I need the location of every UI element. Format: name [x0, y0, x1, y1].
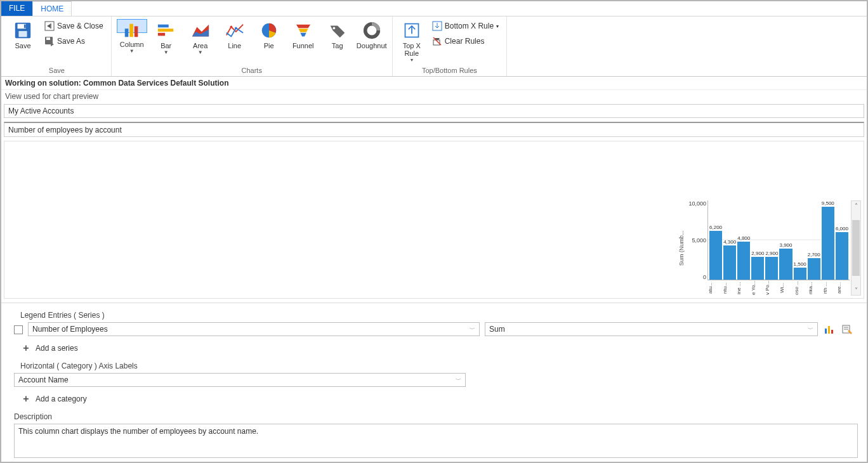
- chart-config: Legend Entries ( Series ) Number of Empl…: [1, 303, 867, 462]
- line-chart-icon: [225, 20, 245, 41]
- bottomx-rule-button[interactable]: Bottom X Rule ▾: [430, 19, 501, 33]
- scroll-up-icon[interactable]: ˄: [855, 201, 858, 211]
- edit-properties-icon: [841, 323, 853, 335]
- chart-tag-button[interactable]: Tag: [322, 19, 353, 51]
- svg-rect-7: [46, 37, 50, 40]
- series-field-value: Number of Employees: [32, 325, 108, 334]
- chart-y-tick: 0: [703, 274, 706, 280]
- category-field-selector[interactable]: Account Name ﹀: [14, 373, 466, 387]
- clear-rules-button[interactable]: Clear Rules: [430, 34, 501, 48]
- chart-bar-value: 6,000: [836, 226, 848, 232]
- ribbon-group-charts-label: Charts: [117, 67, 387, 75]
- chart-bar: 6,200: [709, 200, 722, 280]
- series-chart-type-button[interactable]: [823, 323, 836, 336]
- plus-icon: +: [22, 393, 30, 405]
- chart-x-tick: e Yo...: [751, 280, 764, 296]
- add-series-button[interactable]: + Add a series: [22, 342, 864, 354]
- chart-name-value: Number of employees by account: [8, 126, 122, 134]
- ribbon-group-charts: Column ▼ Bar ▼ Area ▼: [112, 16, 393, 76]
- view-selector-value: My Active Accounts: [8, 107, 74, 115]
- topx-rule-icon: [402, 20, 422, 41]
- tab-home[interactable]: HOME: [32, 1, 72, 16]
- caret-down-icon: ▾: [496, 23, 499, 29]
- chart-x-tick: rika...: [808, 280, 821, 296]
- chart-y-tick: 10,000: [688, 200, 706, 207]
- chart-bar-value: 9,500: [822, 200, 834, 206]
- chart-column-button[interactable]: Column ▼: [117, 19, 147, 33]
- chart-name-input[interactable]: Number of employees by account: [4, 122, 864, 137]
- caret-down-icon: ﹀: [808, 325, 813, 334]
- view-selector[interactable]: My Active Accounts: [4, 104, 864, 118]
- svg-rect-9: [129, 24, 133, 37]
- chart-x-tick: v Po...: [765, 280, 778, 296]
- chart-plot: 6,2004,3004,8002,9002,9003,9001,5002,700…: [707, 200, 850, 280]
- series-field-selector[interactable]: Number of Employees ﹀: [28, 322, 480, 336]
- chart-bar: 2,900: [751, 200, 764, 280]
- doughnut-chart-icon: [362, 20, 382, 41]
- series-aggregate-value: Sum: [489, 325, 505, 334]
- caret-down-icon: ▾: [411, 57, 413, 63]
- chart-bar: 4,300: [723, 200, 736, 280]
- series-edit-button[interactable]: [841, 323, 853, 336]
- description-input[interactable]: This column chart displays the number of…: [14, 424, 858, 458]
- svg-rect-8: [124, 29, 128, 37]
- svg-rect-26: [825, 329, 827, 334]
- caret-down-icon: ▼: [164, 49, 169, 55]
- series-aggregate-selector[interactable]: Sum ﹀: [485, 322, 818, 336]
- bottomx-rule-icon: [432, 21, 442, 31]
- area-chart-icon: [190, 20, 211, 41]
- svg-rect-3: [24, 25, 26, 29]
- chart-pie-button[interactable]: Pie: [254, 19, 284, 51]
- chart-y-axis-label: Sum (Numb...: [678, 200, 685, 296]
- add-category-button[interactable]: + Add a category: [22, 393, 864, 405]
- scroll-thumb[interactable]: [852, 220, 860, 277]
- ribbon-group-rules: Top X Rule ▾ Bottom X Rule ▾ Clear Rules…: [393, 16, 507, 76]
- save-icon: [13, 20, 33, 41]
- save-as-button[interactable]: Save As: [42, 34, 106, 48]
- tab-file[interactable]: FILE: [1, 1, 32, 16]
- chart-x-tick: ntu...: [722, 280, 735, 296]
- pie-chart-icon: [259, 20, 279, 41]
- topx-rule-button[interactable]: Top X Rule ▾: [398, 19, 426, 64]
- chart-bar: 1,500: [794, 200, 806, 280]
- save-button[interactable]: Save: [8, 19, 38, 51]
- caret-down-icon: ﹀: [470, 325, 475, 334]
- chart-line-button[interactable]: Line: [220, 19, 250, 51]
- series-checkbox[interactable]: [14, 325, 23, 334]
- svg-marker-18: [298, 29, 308, 32]
- description-value: This column chart displays the number of…: [18, 427, 258, 436]
- chart-preview: Sum (Numb... 10,000 5,000 0 6,2004,3004,…: [4, 141, 864, 299]
- caret-down-icon: ▼: [129, 48, 135, 54]
- chart-bar-value: 4,300: [723, 239, 736, 245]
- solution-label: Working on solution: Common Data Service…: [1, 77, 867, 90]
- svg-rect-12: [158, 29, 173, 32]
- chart-bar-value: 2,900: [751, 251, 764, 256]
- chart-doughnut-button[interactable]: Doughnut: [357, 19, 387, 51]
- svg-marker-17: [296, 25, 310, 29]
- chart-x-tick: ine ...: [736, 280, 749, 296]
- chart-bar: 4,800: [737, 200, 750, 280]
- chart-bar-value: 2,900: [765, 251, 778, 256]
- chart-area-button[interactable]: Area ▼: [185, 19, 216, 56]
- chart-funnel-button[interactable]: Funnel: [288, 19, 319, 51]
- chart-bar: 2,900: [765, 200, 778, 280]
- svg-point-15: [235, 27, 237, 29]
- tab-strip: FILE HOME: [1, 1, 867, 16]
- chart-x-tick: oso ...: [794, 280, 807, 296]
- plus-icon: +: [22, 342, 30, 354]
- chart-x-tick: atu...: [707, 280, 721, 296]
- save-close-button[interactable]: Save & Close: [42, 19, 106, 33]
- caret-down-icon: ﹀: [456, 376, 461, 384]
- chart-bar-button[interactable]: Bar ▼: [151, 19, 181, 56]
- scroll-down-icon[interactable]: ˅: [855, 285, 858, 295]
- save-close-icon: [44, 21, 55, 31]
- chart-y-tick: 5,000: [692, 237, 706, 244]
- funnel-chart-icon: [293, 20, 313, 41]
- preview-scrollbar[interactable]: ˄ ˅: [851, 200, 861, 296]
- chart-bar-value: 1,500: [794, 261, 806, 267]
- ribbon: Save Save & Close Save As Save: [1, 16, 867, 77]
- add-series-label: Add a series: [36, 344, 78, 353]
- chart-bar-value: 6,200: [709, 225, 722, 230]
- ribbon-group-save-label: Save: [8, 67, 106, 75]
- chart: Sum (Numb... 10,000 5,000 0 6,2004,3004,…: [678, 200, 850, 296]
